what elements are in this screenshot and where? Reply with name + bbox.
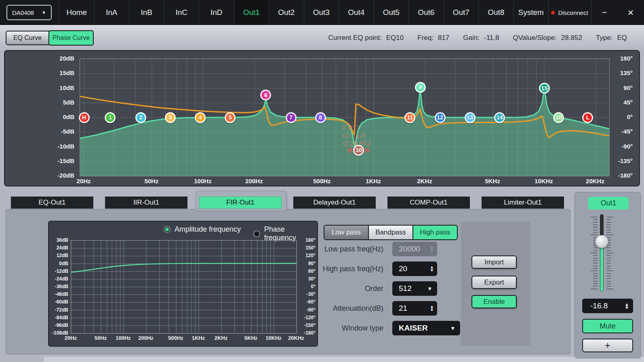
eq-point-16[interactable]: 16 (553, 112, 564, 123)
nav-item-out8[interactable]: Out8 (479, 0, 514, 25)
radio-label: Amplitude frequency (175, 225, 241, 234)
eq-point-9[interactable]: 9 (415, 82, 426, 93)
eq-point-7[interactable]: 7 (286, 112, 297, 123)
enable-button[interactable]: Enable (471, 295, 517, 308)
eq-freq-axis-label: 1KHz (366, 178, 381, 184)
fader-tick (606, 266, 611, 266)
minimize-button[interactable]: − (591, 0, 618, 25)
order-dropdown[interactable]: 512▼ (392, 281, 437, 296)
eq-point-11[interactable]: 11 (404, 112, 415, 123)
amplitude-frequency-radio[interactable]: Amplitude frequency (164, 225, 241, 234)
bandpass-button[interactable]: Bandpass (368, 226, 413, 239)
tab-delayed-out1[interactable]: Delayed-Out1 (293, 197, 376, 209)
fader-track-lower[interactable] (600, 242, 604, 292)
fader-tick (593, 227, 598, 228)
device-name: DA0408 (12, 9, 34, 16)
eq-point-13[interactable]: 13 (465, 112, 476, 123)
export-button[interactable]: Export (471, 276, 517, 289)
eq-curve-button[interactable]: EQ Curve (6, 31, 49, 45)
fader-tick (606, 219, 611, 220)
fir-db-axis-label: 12dB (49, 253, 68, 258)
fader-tick (593, 224, 598, 225)
nav-item-system[interactable]: System (514, 0, 549, 25)
eq-deg-axis-label: 135° (612, 69, 633, 76)
field-value: 20 (399, 264, 407, 273)
fir-db-axis-label: 36dB (49, 237, 68, 243)
eq-plot-area[interactable]: F:817G:-11.8Q:28.852H1234567891011121314… (80, 59, 610, 176)
mute-button[interactable]: Mute (582, 319, 633, 333)
nav-item-inb[interactable]: InB (129, 0, 164, 25)
eq-point-2[interactable]: 2 (135, 112, 146, 123)
eq-deg-axis-label: -135° (612, 157, 633, 164)
low-pass-button[interactable]: Low pass (324, 226, 368, 239)
close-button[interactable]: ✕ (617, 0, 644, 25)
fir-db-axis-label: -12dB (49, 268, 68, 274)
eq-info-value: 28.852 (561, 34, 582, 42)
eq-point-H[interactable]: H (79, 112, 90, 123)
fader-tick (593, 276, 598, 276)
spinner-arrows-icon[interactable]: ▲▼ (430, 305, 434, 312)
fader-tick (593, 286, 598, 287)
chevron-down-icon: ▼ (450, 325, 455, 331)
field-label: Window type (295, 324, 392, 333)
fir-freq-axis-label: 5KHz (244, 335, 258, 341)
tab-eq-out1[interactable]: EQ-Out1 (11, 197, 93, 209)
fader-tick (591, 270, 598, 271)
eq-point-12[interactable]: 12 (435, 112, 446, 123)
eq-point-1[interactable]: 1 (105, 112, 116, 123)
disconnect-button[interactable]: Disconnect (548, 0, 591, 25)
nav-item-ina[interactable]: InA (95, 0, 130, 25)
fader-tick (591, 289, 598, 289)
gain-value-spinner[interactable]: -16.8 ▲▼ (582, 299, 633, 313)
phase-curve-button[interactable]: Phase Curve (48, 30, 94, 46)
spinner-arrows-icon[interactable]: ▲▼ (625, 303, 629, 309)
eq-deg-axis-label: -45° (612, 128, 633, 135)
nav-item-ind[interactable]: InD (199, 0, 234, 25)
eq-point-14[interactable]: 14 (494, 112, 505, 123)
nav-item-out6[interactable]: Out6 (409, 0, 444, 25)
nav-item-out1[interactable]: Out1 (234, 0, 269, 25)
nav-item-out3[interactable]: Out3 (304, 0, 339, 25)
window-type-dropdown[interactable]: KAISER▼ (392, 321, 460, 335)
add-button[interactable]: + (582, 339, 633, 352)
eq-point-8[interactable]: 8 (315, 112, 326, 123)
import-button[interactable]: Import (471, 255, 517, 269)
eq-point-4[interactable]: 4 (195, 112, 206, 123)
nav-item-out7[interactable]: Out7 (444, 0, 479, 25)
eq-point-10[interactable]: 10 (353, 145, 364, 156)
nav-item-home[interactable]: Home (59, 0, 95, 25)
fir-db-axis-label: -48dB (49, 291, 68, 297)
eq-deg-axis-label: 0° (612, 113, 633, 120)
spinner-arrows-icon[interactable]: ▲▼ (430, 246, 434, 252)
fader-tick (606, 230, 611, 230)
nav-item-inc[interactable]: InC (164, 0, 200, 25)
low-pass-freq-hz--spinner[interactable]: 20000▲▼ (392, 242, 437, 256)
nav-item-out5[interactable]: Out5 (374, 0, 409, 25)
fir-field-row: Attenuation(dB)21▲▼ (295, 301, 437, 316)
curve-mode-switch: EQ Curve Phase Curve (6, 31, 94, 45)
high-pass-freq-hz--spinner[interactable]: 20▲▼ (392, 262, 437, 276)
fader-tick (593, 268, 598, 269)
fader-knob[interactable] (595, 235, 608, 248)
tab-comp-out1[interactable]: COMP-Out1 (387, 197, 470, 209)
nav-item-out2[interactable]: Out2 (269, 0, 304, 25)
fir-freq-axis-label: 2KHz (215, 335, 228, 341)
field-label: High pass freq(Hz) (295, 265, 392, 273)
device-select[interactable]: DA0408 ▼ (6, 5, 52, 20)
eq-point-15[interactable]: 15 (539, 83, 550, 94)
fader-tick (606, 247, 611, 248)
tab-limiter-out1[interactable]: Limiter-Out1 (482, 197, 564, 209)
attenuation-db--spinner[interactable]: 21▲▼ (392, 301, 437, 316)
tab-fir-out1[interactable]: FIR-Out1 (199, 197, 282, 209)
gain-value: -16.8 (590, 301, 608, 310)
nav-item-out4[interactable]: Out4 (339, 0, 374, 25)
high-pass-button[interactable]: High pass (413, 226, 457, 239)
fir-plot-area (71, 240, 297, 334)
eq-point-5[interactable]: 5 (225, 112, 236, 123)
spinner-arrows-icon[interactable]: ▲▼ (430, 266, 434, 272)
fir-freq-axis-label: 200Hz (138, 335, 154, 341)
tab-iir-out1[interactable]: IIR-Out1 (105, 197, 187, 209)
fader-tick (606, 276, 611, 276)
eq-point-L[interactable]: L (582, 112, 593, 123)
eq-point-3[interactable]: 3 (165, 112, 176, 123)
